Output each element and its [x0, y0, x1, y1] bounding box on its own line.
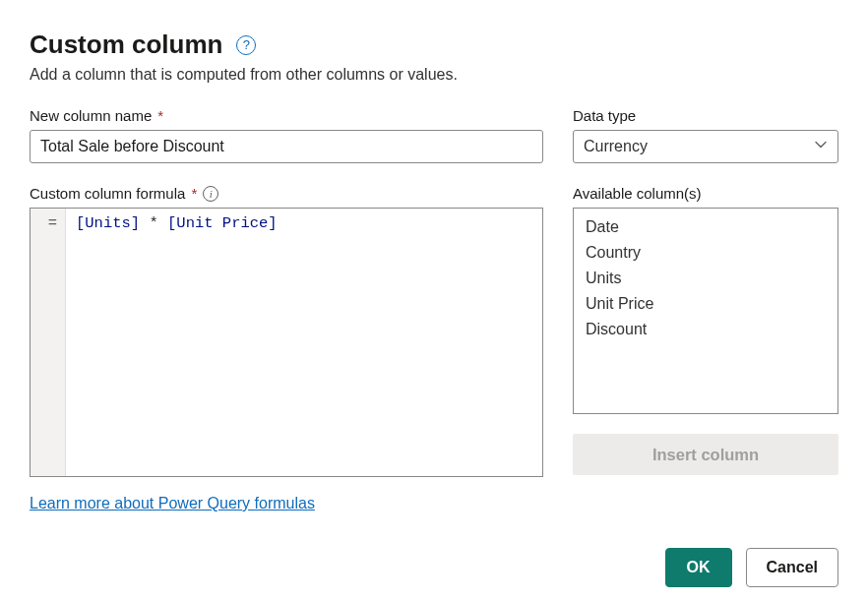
list-item[interactable]: Units — [574, 266, 837, 291]
formula-gutter: = — [31, 209, 66, 476]
required-marker: * — [191, 185, 197, 202]
available-columns-list[interactable]: Date Country Units Unit Price Discount — [573, 208, 838, 414]
ok-button[interactable]: OK — [665, 548, 732, 587]
formula-code[interactable]: [Units] * [Unit Price] — [66, 209, 542, 476]
data-type-select[interactable]: Currency — [573, 130, 838, 163]
info-icon[interactable]: i — [203, 186, 218, 202]
available-columns-label: Available column(s) — [573, 185, 838, 202]
formula-editor[interactable]: = [Units] * [Unit Price] — [30, 208, 543, 477]
chevron-down-icon — [814, 138, 828, 155]
list-item[interactable]: Country — [574, 240, 837, 266]
data-type-selected-value: Currency — [584, 138, 648, 155]
insert-column-button: Insert column — [573, 434, 838, 475]
new-column-name-input[interactable] — [30, 130, 543, 163]
formula-label: Custom column formula * i — [30, 185, 543, 202]
data-type-label: Data type — [573, 107, 838, 124]
required-marker: * — [157, 107, 163, 124]
dialog-subtitle: Add a column that is computed from other… — [30, 66, 838, 84]
help-icon[interactable]: ? — [236, 35, 256, 55]
list-item[interactable]: Discount — [574, 317, 837, 342]
list-item[interactable]: Unit Price — [574, 291, 837, 317]
new-column-name-label: New column name * — [30, 107, 543, 124]
cancel-button[interactable]: Cancel — [746, 548, 838, 587]
learn-more-link[interactable]: Learn more about Power Query formulas — [30, 495, 315, 512]
list-item[interactable]: Date — [574, 214, 837, 240]
dialog-title: Custom column — [30, 30, 222, 60]
